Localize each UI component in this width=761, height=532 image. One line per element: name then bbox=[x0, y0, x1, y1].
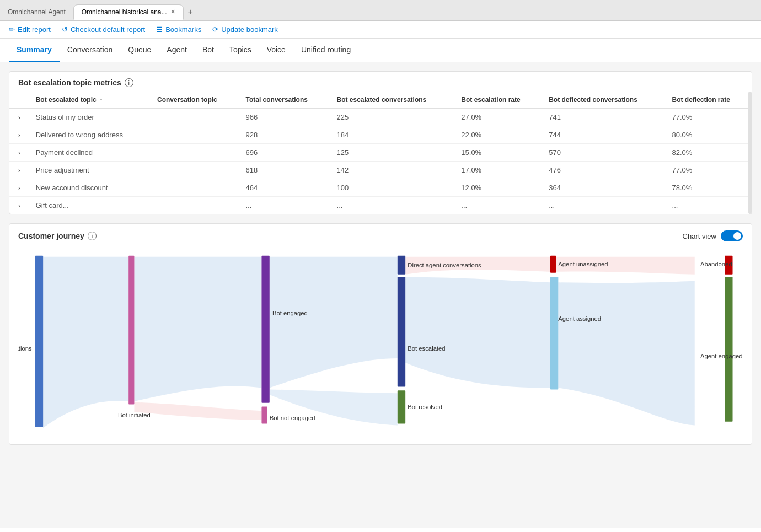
sankey-chart: Customer conversations Bot initiated Bot… bbox=[18, 251, 743, 433]
label-abandoned: Abandoned bbox=[700, 261, 732, 267]
defl-rate-cell: ... bbox=[666, 197, 752, 214]
col-bot-escalated: Bot escalated conversations bbox=[330, 92, 455, 109]
customer-journey-card: Customer journey i Chart view bbox=[9, 223, 752, 445]
tab-omnichannel-historical[interactable]: Omnichannel historical ana... ✕ bbox=[73, 4, 184, 20]
col-total: Total conversations bbox=[239, 92, 330, 109]
edit-report-button[interactable]: ✏ Edit report bbox=[9, 25, 51, 34]
escalated-cell: 125 bbox=[330, 144, 455, 162]
journey-title-text: Customer journey bbox=[18, 232, 84, 240]
bot-metrics-title: Bot escalation topic metrics bbox=[18, 78, 121, 87]
label-bot-engaged: Bot engaged bbox=[272, 310, 308, 317]
checkout-default-button[interactable]: ↺ Checkout default report bbox=[62, 25, 145, 34]
update-bookmark-button[interactable]: ⟳ Update bookmark bbox=[212, 25, 278, 34]
label-direct-agent: Direct agent conversations bbox=[408, 262, 481, 268]
node-agent-unassigned bbox=[550, 256, 556, 273]
deflected-cell: 570 bbox=[542, 144, 665, 162]
journey-header: Customer journey i Chart view bbox=[9, 224, 752, 246]
conv-topic-cell bbox=[151, 179, 239, 197]
esc-rate-cell: 17.0% bbox=[454, 162, 542, 179]
total-cell: ... bbox=[239, 197, 330, 214]
node-customer-conversations bbox=[35, 256, 43, 427]
defl-rate-cell: 78.0% bbox=[666, 179, 752, 197]
expand-cell[interactable]: › bbox=[9, 144, 29, 162]
journey-title: Customer journey i bbox=[18, 232, 97, 240]
row-expand-button[interactable]: › bbox=[16, 202, 23, 209]
tab-summary[interactable]: Summary bbox=[9, 39, 60, 62]
bot-metrics-table-container[interactable]: Bot escalated topic ↑ Conversation topic… bbox=[9, 92, 752, 214]
topic-cell: Payment declined bbox=[29, 144, 151, 162]
deflected-cell: 364 bbox=[542, 179, 665, 197]
escalated-cell: 184 bbox=[330, 126, 455, 144]
tab-agent[interactable]: Agent bbox=[159, 39, 195, 62]
sankey-container: Customer conversations Bot initiated Bot… bbox=[9, 246, 752, 444]
bot-metrics-table: Bot escalated topic ↑ Conversation topic… bbox=[9, 92, 752, 214]
tab-topics[interactable]: Topics bbox=[222, 39, 259, 62]
row-expand-button[interactable]: › bbox=[16, 185, 23, 191]
esc-rate-cell: 27.0% bbox=[454, 109, 542, 126]
total-cell: 966 bbox=[239, 109, 330, 126]
label-bot-initiated: Bot initiated bbox=[118, 412, 151, 418]
bookmarks-button[interactable]: ☰ Bookmarks bbox=[156, 25, 201, 34]
nav-tabs: Summary Conversation Queue Agent Bot Top… bbox=[0, 39, 761, 62]
total-cell: 928 bbox=[239, 126, 330, 144]
tab-bot[interactable]: Bot bbox=[195, 39, 222, 62]
row-expand-button[interactable]: › bbox=[16, 114, 23, 121]
row-expand-button[interactable]: › bbox=[16, 167, 23, 174]
expand-cell[interactable]: › bbox=[9, 109, 29, 126]
esc-rate-cell: 15.0% bbox=[454, 144, 542, 162]
topic-cell: New accound discount bbox=[29, 179, 151, 197]
scroll-indicator bbox=[748, 92, 752, 214]
table-row: › Gift card... ... ... ... ... ... bbox=[9, 197, 752, 214]
node-bot-escalated bbox=[398, 277, 405, 387]
esc-rate-cell: 22.0% bbox=[454, 126, 542, 144]
expand-cell[interactable]: › bbox=[9, 162, 29, 179]
table-row: › Delivered to wrong address 928 184 22.… bbox=[9, 126, 752, 144]
expand-cell[interactable]: › bbox=[9, 197, 29, 214]
total-cell: 464 bbox=[239, 179, 330, 197]
chart-view-toggle[interactable] bbox=[721, 230, 743, 241]
main-content: Bot escalation topic metrics i Bot escal… bbox=[0, 62, 761, 528]
topic-cell: Gift card... bbox=[29, 197, 151, 214]
tab-unified-routing[interactable]: Unified routing bbox=[293, 39, 358, 62]
row-expand-button[interactable]: › bbox=[16, 132, 23, 138]
conv-topic-cell bbox=[151, 162, 239, 179]
label-bot-escalated: Bot escalated bbox=[408, 345, 445, 352]
conv-topic-cell bbox=[151, 144, 239, 162]
tab-queue[interactable]: Queue bbox=[120, 39, 159, 62]
row-expand-button[interactable]: › bbox=[16, 149, 23, 156]
col-topic: Bot escalated topic ↑ bbox=[29, 92, 151, 109]
node-agent-assigned bbox=[550, 277, 558, 390]
tab-voice[interactable]: Voice bbox=[259, 39, 293, 62]
esc-rate-cell: 12.0% bbox=[454, 179, 542, 197]
col-deflection-rate: Bot deflection rate bbox=[666, 92, 752, 109]
tab-close-icon[interactable]: ✕ bbox=[170, 8, 175, 15]
deflected-cell: 476 bbox=[542, 162, 665, 179]
defl-rate-cell: 77.0% bbox=[666, 162, 752, 179]
deflected-cell: ... bbox=[542, 197, 665, 214]
bot-metrics-info-icon[interactable]: i bbox=[125, 78, 133, 87]
node-bot-engaged bbox=[261, 256, 269, 403]
expand-cell[interactable]: › bbox=[9, 179, 29, 197]
col-escalation-rate: Bot escalation rate bbox=[454, 92, 542, 109]
sort-icon[interactable]: ↑ bbox=[100, 97, 103, 103]
conv-topic-cell bbox=[151, 109, 239, 126]
node-bot-initiated bbox=[128, 256, 134, 405]
table-row: › Status of my order 966 225 27.0% 741 7… bbox=[9, 109, 752, 126]
conv-topic-cell bbox=[151, 126, 239, 144]
defl-rate-cell: 77.0% bbox=[666, 109, 752, 126]
refresh-icon: ⟳ bbox=[212, 25, 218, 34]
add-tab-button[interactable]: + bbox=[184, 6, 197, 18]
tab-omnichannel-agent[interactable]: Omnichannel Agent bbox=[0, 5, 73, 19]
topic-cell: Delivered to wrong address bbox=[29, 126, 151, 144]
browser-tab-bar: Omnichannel Agent Omnichannel historical… bbox=[0, 0, 761, 21]
tab-conversation[interactable]: Conversation bbox=[60, 39, 121, 62]
escalated-cell: 100 bbox=[330, 179, 455, 197]
journey-info-icon[interactable]: i bbox=[88, 232, 97, 240]
table-row: › New accound discount 464 100 12.0% 364… bbox=[9, 179, 752, 197]
expand-cell[interactable]: › bbox=[9, 126, 29, 144]
label-customer-conversations: Customer conversations bbox=[18, 345, 32, 352]
node-bot-not-engaged bbox=[261, 406, 267, 423]
deflected-cell: 741 bbox=[542, 109, 665, 126]
defl-rate-cell: 80.0% bbox=[666, 126, 752, 144]
total-cell: 696 bbox=[239, 144, 330, 162]
